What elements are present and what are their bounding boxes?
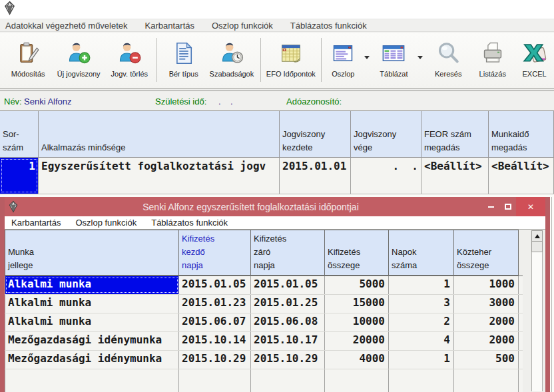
window-list-icon: [331, 38, 355, 69]
cell-napok-szama[interactable]: 3: [389, 295, 454, 313]
cell-vege[interactable]: . .: [351, 158, 421, 194]
scroll-up-button[interactable]: [531, 230, 543, 242]
excel-icon: [521, 38, 548, 69]
tablazat-label: Táblázat: [380, 70, 408, 78]
excel-label: EXCEL: [523, 70, 547, 78]
cell-sorszam[interactable]: 1: [0, 158, 39, 194]
col-header-sorszam[interactable]: Sor- szám: [0, 111, 39, 158]
cell-kozteher-osszege[interactable]: 3000: [454, 295, 519, 313]
child-menu-karbantartas[interactable]: Karbantartás: [11, 218, 61, 228]
scrollbar-thumb[interactable]: [531, 242, 543, 252]
diamond-app-icon: [3, 1, 16, 18]
cell-kezdo-napja[interactable]: 2015.01.23: [179, 295, 251, 313]
cell-alkalmazas[interactable]: Egyszerűsített foglalkoztatási jogv: [39, 158, 280, 194]
calendar-icon: [278, 38, 304, 69]
cell-napok-szama[interactable]: 1: [389, 351, 454, 369]
cell-munka-jellege[interactable]: Mezőgazdasági idénymunka: [5, 332, 179, 350]
col-header-munkaido[interactable]: Munkaidő megadás: [489, 111, 554, 158]
cell-kozteher-osszege[interactable]: 500: [454, 351, 519, 369]
szabadsagok-label: Szabadságok: [210, 70, 254, 78]
cell-feor-beallit[interactable]: <Beállít>: [421, 158, 489, 194]
modositas-button[interactable]: Módosítás: [4, 34, 52, 87]
cell-kifizetes-osszege[interactable]: 5000: [325, 276, 389, 294]
child-body: Munka jellege Kifizetés kezdő napja Kifi…: [5, 230, 545, 392]
col-header-jogviszony-kezdete[interactable]: Jogviszony kezdete: [280, 111, 351, 158]
cell-kozteher-osszege[interactable]: 2000: [454, 332, 519, 350]
cell-munkaido-beallit[interactable]: <Beállít>: [489, 158, 554, 194]
maximize-button[interactable]: [499, 200, 516, 214]
minimize-icon: [488, 206, 494, 208]
cell-kozteher-osszege[interactable]: 1000: [454, 276, 519, 294]
oszlop-dropdown-arrow-icon[interactable]: [362, 34, 373, 81]
child-menu-tablazatos-funkciok[interactable]: Táblázatos funkciók: [151, 218, 228, 228]
listazas-label: Listázás: [479, 70, 506, 78]
magnifier-icon: [435, 38, 461, 69]
col-header-feor-szam[interactable]: FEOR szám megadás: [421, 111, 489, 158]
cell-munka-jellege[interactable]: Alkalmi munka: [5, 313, 179, 331]
cell-munka-jellege[interactable]: Mezőgazdasági idénymunka: [5, 351, 179, 369]
efo-idopontok-window: Senki Alfonz egyszerűsített foglalkoztat…: [0, 197, 550, 392]
close-button[interactable]: ✕: [516, 197, 545, 216]
menu-oszlop-funkciok[interactable]: Oszlop funkciók: [212, 21, 273, 31]
cell-kezdo-napja[interactable]: 2015.10.14: [179, 332, 251, 350]
modositas-label: Módosítás: [11, 70, 45, 78]
cell-zaro-napja[interactable]: 2015.01.25: [251, 295, 325, 313]
efo-table: Munka jellege Kifizetés kezdő napja Kifi…: [5, 230, 523, 392]
scrollbar-track[interactable]: [531, 252, 543, 391]
cell-kezdete[interactable]: 2015.01.01: [280, 158, 351, 194]
menu-tablazatos-funkciok[interactable]: Táblázatos funkciók: [290, 21, 367, 31]
birthdate-value: . .: [218, 97, 233, 106]
cell-zaro-napja[interactable]: 2015.10.17: [251, 332, 325, 350]
col-header-jogviszony-vege[interactable]: Jogviszony vége: [351, 111, 421, 158]
col-header-kifizetes-zaro[interactable]: Kifizetés záró napja: [251, 230, 325, 276]
cell-kifizetes-osszege[interactable]: 4000: [325, 351, 389, 369]
cell-kifizetes-osszege[interactable]: 20000: [325, 332, 389, 350]
cell-napok-szama[interactable]: 4: [389, 332, 454, 350]
cell-kezdo-napja[interactable]: 2015.01.05: [179, 276, 251, 294]
tablazat-button[interactable]: Táblázat: [373, 34, 415, 87]
col-header-kifizetes-kezdo[interactable]: Kifizetés kezdő napja: [179, 230, 251, 276]
kereses-label: Keresés: [435, 70, 461, 78]
window-table-icon: [381, 38, 406, 69]
cell-kezdo-napja[interactable]: 2015.06.07: [179, 313, 251, 331]
menu-karbantartas[interactable]: Karbantartás: [145, 21, 194, 31]
cell-napok-szama[interactable]: 1: [389, 276, 454, 294]
cell-munka-jellege[interactable]: Alkalmi munka: [5, 276, 179, 294]
table-row: Alkalmi munka 2015.01.05 2015.01.05 5000…: [5, 276, 523, 295]
col-header-kifizetes-osszege[interactable]: Kifizetés összege: [325, 230, 389, 276]
cell-zaro-napja[interactable]: 2015.10.29: [251, 351, 325, 369]
menu-adatokkal-muveletek[interactable]: Adatokkal végezhető műveletek: [5, 21, 128, 31]
szabadsagok-button[interactable]: Szabadságok: [206, 34, 257, 87]
excel-button[interactable]: EXCEL: [515, 34, 554, 87]
tablazat-dropdown-arrow-icon[interactable]: [415, 34, 426, 81]
jogv-torles-button[interactable]: Jogv. törlés: [105, 34, 153, 87]
main-titlebar: [0, 0, 554, 19]
cell-kifizetes-osszege[interactable]: 15000: [325, 295, 389, 313]
ber-tipus-button[interactable]: Bér típus: [160, 34, 206, 87]
scroll-up-icon: [535, 234, 540, 238]
table-row: Alkalmi munka 2015.06.07 2015.06.08 1000…: [5, 313, 523, 332]
person-clock-icon: [220, 38, 244, 69]
cell-zaro-napja[interactable]: 2015.06.08: [251, 313, 325, 331]
oszlop-button[interactable]: Oszlop: [325, 34, 362, 87]
cell-kifizetes-osszege[interactable]: 10000: [325, 313, 389, 331]
cell-napok-szama[interactable]: 2: [389, 313, 454, 331]
cell-kozteher-osszege[interactable]: 2000: [454, 313, 519, 331]
col-header-alkalmazas[interactable]: Alkalmazás minősége: [39, 111, 280, 158]
efo-idopontok-button[interactable]: EFO Időpontok: [264, 34, 318, 87]
minimize-button[interactable]: [483, 200, 499, 214]
cell-munka-jellege[interactable]: Alkalmi munka: [5, 295, 179, 313]
col-header-kozteher-osszege[interactable]: Közteher összege: [454, 230, 519, 276]
col-header-napok-szama[interactable]: Napok száma: [389, 230, 454, 276]
uj-jogviszony-button[interactable]: Új jogviszony: [52, 34, 105, 87]
col-header-munka-jellege[interactable]: Munka jellege: [5, 230, 179, 276]
child-titlebar[interactable]: Senki Alfonz egyszerűsített foglalkoztat…: [5, 197, 545, 216]
vertical-scrollbar[interactable]: [531, 230, 543, 391]
kereses-button[interactable]: Keresés: [426, 34, 471, 87]
child-menu-oszlop-funkciok[interactable]: Oszlop funkciók: [75, 218, 137, 228]
cell-zaro-napja[interactable]: 2015.01.05: [251, 276, 325, 294]
listazas-button[interactable]: Listázás: [471, 34, 515, 87]
child-menubar: Karbantartás Oszlop funkciók Táblázatos …: [5, 216, 545, 230]
cell-kezdo-napja[interactable]: 2015.10.29: [179, 351, 251, 369]
person-remove-icon: [117, 38, 141, 69]
